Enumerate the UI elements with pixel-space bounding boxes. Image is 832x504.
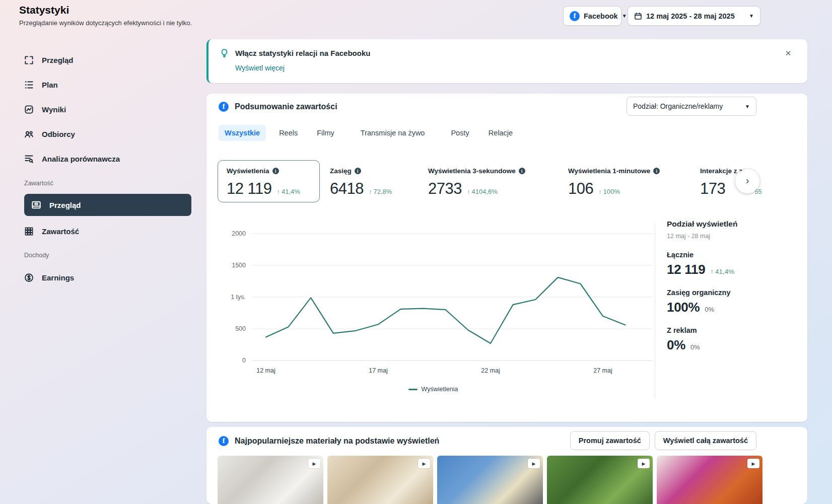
tab-wszystkie[interactable]: Wszystkie [219, 125, 266, 141]
sidebar-section-zawartosc: Zawartość [24, 180, 53, 187]
tab-posty[interactable]: Posty [445, 125, 475, 141]
metric-value: 2733 [428, 180, 462, 198]
content-thumbnail[interactable] [657, 456, 762, 504]
sidebar-item-content-zawartosc[interactable]: Zawartość [24, 224, 79, 238]
breakdown-row-value: 100% [667, 300, 700, 315]
tab-filmy[interactable]: Filmy [311, 125, 340, 141]
info-icon[interactable] [272, 168, 279, 174]
metric-card-wyswietlenia-1-minutowe[interactable]: Wyświetlenia 1-minutowe 106 100% [568, 167, 660, 198]
sidebar-item-label: Odbiorcy [42, 130, 75, 138]
video-play-icon [418, 459, 430, 468]
svg-text:1500: 1500 [232, 262, 246, 269]
facebook-logo-icon [570, 11, 580, 21]
banner-see-more-link[interactable]: Wyświetl więcej [235, 64, 285, 72]
content-thumbnail[interactable] [327, 456, 433, 504]
metric-card-wyswietlenia[interactable]: Wyświetlenia 12 119 41,4% [218, 160, 320, 202]
breakdown-row-value: 12 119 [667, 262, 705, 277]
dollar-circle-icon [24, 273, 34, 282]
info-icon[interactable] [519, 168, 525, 174]
metric-card-zasieg[interactable]: Zasięg 6418 72,8% [330, 167, 392, 198]
date-range-selector[interactable]: 12 maj 2025 - 28 maj 2025 [628, 6, 760, 26]
chevron-down-icon [749, 13, 754, 19]
breakdown-title: Podział wyświetleń [667, 220, 798, 229]
breakdown-row-change: 41,4% [710, 268, 734, 275]
chevron-down-icon [622, 13, 627, 19]
content-thumbnail[interactable] [437, 456, 543, 504]
sidebar-item-odbiorcy[interactable]: Odbiorcy [24, 127, 75, 141]
sidebar-item-label: Zawartość [42, 227, 79, 236]
view-all-content-button[interactable]: Wyświetl całą zawartość [655, 431, 756, 450]
sidebar-item-label: Wyniki [42, 105, 66, 114]
top-content-card: Najpopularniejsze materiały na podstawie… [206, 427, 807, 504]
sidebar-item-label: Przegląd [49, 201, 81, 209]
tab-relacje[interactable]: Relacje [482, 125, 519, 141]
info-icon[interactable] [653, 168, 660, 174]
chart-legend: Wyświetlenia [212, 386, 655, 393]
date-range-label: 12 maj 2025 - 28 maj 2025 [646, 12, 735, 20]
metric-change: 100% [603, 188, 620, 195]
sidebar-item-przeglad[interactable]: Przegląd [24, 53, 74, 67]
page-title: Statystyki [19, 4, 69, 16]
sidebar-item-earnings[interactable]: Earnings [24, 270, 74, 284]
sidebar-item-plan[interactable]: Plan [24, 78, 58, 92]
breakdown-dropdown-label: Podział: Organiczne/reklamy [633, 102, 723, 110]
metric-value: 173 [700, 180, 725, 198]
metric-value: 12 119 [227, 180, 272, 198]
metric-label: Wyświetlenia [227, 167, 269, 175]
breakdown-row-label: Łącznie [667, 251, 798, 259]
video-play-icon [308, 459, 320, 468]
content-thumbnails [218, 456, 762, 504]
metric-change: 72,8% [373, 188, 392, 195]
facebook-logo-icon [219, 436, 229, 446]
audience-people-icon [24, 129, 34, 139]
content-thumbnail[interactable] [218, 456, 323, 504]
metric-change: 4104,6% [471, 188, 497, 195]
sidebar-item-analiza-porownawcza[interactable]: Analiza porównawcza [24, 152, 120, 166]
summary-title: Podsumowanie zawartości [235, 102, 337, 111]
sidebar-section-dochody: Dochody [24, 252, 49, 259]
close-icon[interactable] [782, 47, 794, 59]
top-content-title: Najpopularniejsze materiały na podstawie… [235, 437, 439, 446]
sidebar-item-label: Przegląd [42, 56, 74, 64]
sidebar: Przegląd Plan Wyniki Odbiorcy Analiza po… [20, 48, 201, 310]
views-chart: 05001 tys.1500200012 maj17 maj22 maj27 m… [212, 219, 660, 380]
page-subtitle: Przeglądanie wyników dotyczących efektyw… [19, 19, 192, 27]
content-thumbnail[interactable] [547, 456, 653, 504]
tab-transmisje-na-zywo[interactable]: Transmisje na żywo [355, 125, 431, 141]
svg-text:22 maj: 22 maj [481, 367, 500, 374]
breakdown-range: 12 maj - 28 maj [667, 233, 798, 240]
metric-value: 106 [568, 180, 593, 198]
metric-card-wyswietlenia-3-sekundowe[interactable]: Wyświetlenia 3-sekundowe 2733 4104,6% [428, 167, 525, 198]
panel-divider [655, 224, 655, 399]
video-play-icon [638, 459, 650, 468]
banner-title: Włącz statystyki relacji na Facebooku [235, 49, 370, 57]
breakdown-dropdown[interactable]: Podział: Organiczne/reklamy [627, 97, 756, 116]
results-chart-icon [24, 105, 34, 114]
views-breakdown-panel: Podział wyświetleń 12 maj - 28 maj Łączn… [667, 220, 798, 353]
breakdown-row-value: 0% [667, 337, 685, 353]
content-summary-card: Podsumowanie zawartości Podział: Organic… [206, 94, 807, 422]
content-type-tabs: Wszystkie Reels Filmy Transmisje na żywo… [219, 125, 519, 141]
legend-label: Wyświetlenia [422, 386, 458, 393]
sidebar-item-wyniki[interactable]: Wyniki [24, 102, 66, 116]
info-icon[interactable] [355, 168, 361, 174]
grid-icon [24, 227, 34, 236]
metric-label: Zasięg [330, 167, 352, 175]
breakdown-row-change: 0% [705, 306, 714, 313]
promote-content-button[interactable]: Promuj zawartość [570, 431, 650, 450]
svg-text:27 maj: 27 maj [593, 367, 612, 374]
tab-reels[interactable]: Reels [273, 125, 304, 141]
svg-text:0: 0 [242, 357, 246, 364]
breakdown-row-change: 0% [690, 343, 700, 351]
platform-selector[interactable]: Facebook [563, 6, 621, 26]
benchmark-icon [24, 154, 34, 164]
video-play-icon [747, 459, 759, 468]
metrics-next-button[interactable] [735, 169, 759, 193]
metric-label: Wyświetlenia 3-sekundowe [428, 167, 516, 175]
svg-text:500: 500 [235, 325, 246, 332]
lightbulb-icon [220, 48, 229, 58]
sidebar-item-content-przeglad-selected[interactable]: Przegląd [24, 194, 191, 216]
chevron-down-icon [745, 104, 750, 109]
views-chart-svg: 05001 tys.1500200012 maj17 maj22 maj27 m… [212, 219, 660, 380]
svg-text:2000: 2000 [232, 230, 246, 237]
